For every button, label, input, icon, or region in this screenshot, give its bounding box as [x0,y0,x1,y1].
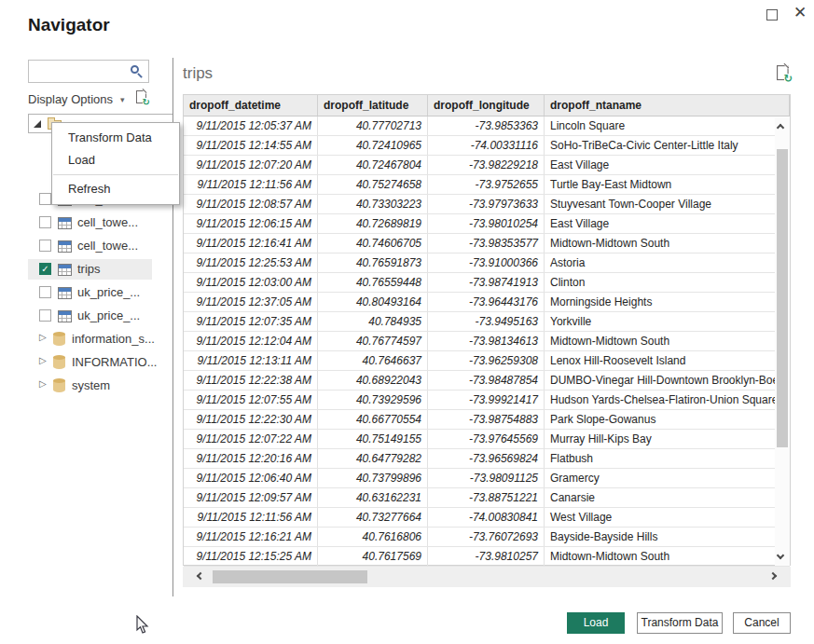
tree-item-information-s[interactable]: ▷information_s... [28,329,152,349]
horizontal-scrollbar[interactable] [183,567,791,587]
column-header-dropoff_datetime[interactable]: dropoff_datetime [184,95,318,116]
menu-separator [53,174,178,175]
table-icon [58,264,72,276]
maximize-icon[interactable] [766,9,778,21]
cell-dropoff_latitude: 40.7617569 [318,547,428,566]
cell-dropoff_longitude: -73.98010254 [428,214,545,233]
cell-dropoff_latitude: 40.74606705 [318,234,428,253]
cell-dropoff_ntaname: Gramercy [545,469,790,487]
doc-fold [143,90,146,94]
scroll-up-icon[interactable] [777,124,784,131]
cell-dropoff_longitude: -73.9752655 [428,175,545,194]
tree-item-trips[interactable]: ✓trips [28,259,152,280]
display-options-dropdown[interactable]: Display Options▾ [28,92,172,109]
cell-dropoff_datetime: 9/11/2015 12:07:22 AM [184,430,318,448]
column-header-dropoff_ntaname[interactable]: dropoff_ntaname [545,95,790,116]
table-row: 9/11/2015 12:09:57 AM40.63162231-73.8875… [184,488,790,508]
tree-item-informatio[interactable]: ▷INFORMATIO... [28,352,152,373]
table-icon [58,287,72,299]
cell-dropoff_latitude: 40.784935 [318,312,428,331]
cell-dropoff_datetime: 9/11/2015 12:16:21 AM [184,528,318,546]
cell-dropoff_longitude: -73.9810257 [428,547,545,566]
tree-item-label: uk_price_... [77,285,140,299]
table-row: 9/11/2015 12:22:38 AM40.68922043-73.9848… [184,371,790,391]
column-header-dropoff_longitude[interactable]: dropoff_longitude [428,95,545,116]
table-row: 9/11/2015 12:37:05 AM40.80493164-73.9644… [184,293,790,312]
horizontal-scroll-thumb[interactable] [213,570,367,583]
table-row: 9/11/2015 12:07:35 AM40.784935-73.949516… [184,312,790,332]
refresh-arrows-icon: ↻ [784,74,793,85]
menu-item-load[interactable]: Load [52,149,179,171]
cell-dropoff_latitude: 40.7646637 [318,351,428,370]
table-row: 9/11/2015 12:12:04 AM40.76774597-73.9813… [184,332,790,351]
tree-item-cell-towe[interactable]: cell_towe... [28,212,152,233]
vertical-scrollbar[interactable] [775,117,790,566]
cell-dropoff_datetime: 9/11/2015 12:09:57 AM [184,488,318,507]
checkbox[interactable] [39,216,51,228]
checkbox[interactable] [39,193,51,205]
refresh-list-icon[interactable]: ↻ [136,90,146,103]
refresh-preview-icon[interactable]: ↻ [777,65,789,80]
cell-dropoff_datetime: 9/11/2015 12:22:38 AM [184,371,318,390]
cell-dropoff_ntaname: West Village [545,508,790,527]
cell-dropoff_ntaname: SoHo-TriBeCa-Civic Center-Little Italy [545,136,790,155]
cell-dropoff_latitude: 40.77702713 [318,116,428,135]
table-row: 9/11/2015 12:25:53 AM40.76591873-73.9100… [184,253,790,273]
cancel-button[interactable]: Cancel [733,612,791,634]
cell-dropoff_longitude: -73.98229218 [428,156,545,174]
database-icon [53,332,65,347]
scroll-down-icon[interactable] [777,552,784,559]
expand-arrow-icon[interactable]: ▷ [39,378,47,389]
checkbox[interactable] [39,309,51,322]
cell-dropoff_latitude: 40.73303223 [318,195,428,213]
expand-arrow-icon[interactable]: ▷ [39,355,47,365]
cell-dropoff_latitude: 40.80493164 [318,293,428,311]
preview-table: dropoff_datetimedropoff_latitudedropoff_… [183,94,791,566]
cell-dropoff_ntaname: East Village [545,156,790,174]
cell-dropoff_longitude: -73.98487854 [428,371,545,390]
tree-item-uk-price[interactable]: uk_price_... [28,282,152,303]
menu-item-transform-data[interactable]: Transform Data [52,127,179,149]
collapse-arrow-icon[interactable] [34,120,41,128]
cell-dropoff_longitude: -73.99921417 [428,391,545,409]
cell-dropoff_ntaname: Lenox Hill-Roosevelt Island [545,351,790,370]
cell-dropoff_latitude: 40.72467804 [318,156,428,174]
vertical-scroll-thumb[interactable] [777,149,788,447]
cell-dropoff_latitude: 40.66770554 [318,410,428,429]
close-icon[interactable]: ✕ [793,3,807,21]
checkbox[interactable]: ✓ [39,263,51,275]
table-row: 9/11/2015 12:11:56 AM40.73277664-74.0083… [184,508,790,528]
cell-dropoff_ntaname: Bayside-Bayside Hills [545,528,790,546]
cell-dropoff_longitude: -73.9495163 [428,312,545,331]
search-input[interactable] [33,62,126,80]
cell-dropoff_longitude: -73.91000366 [428,253,545,272]
table-row: 9/11/2015 12:20:16 AM40.64779282-73.9656… [184,449,790,469]
cell-dropoff_ntaname: Midtown-Midtown South [545,547,790,566]
checkbox[interactable] [39,240,51,252]
tree-item-cell-towe[interactable]: cell_towe... [28,236,152,256]
cell-dropoff_longitude: -73.88751221 [428,488,545,507]
search-icon[interactable] [131,65,139,74]
cell-dropoff_ntaname: Turtle Bay-East Midtown [545,175,790,194]
cell-dropoff_datetime: 9/11/2015 12:03:00 AM [184,273,318,292]
cell-dropoff_datetime: 9/11/2015 12:07:55 AM [184,391,318,409]
cell-dropoff_latitude: 40.76559448 [318,273,428,292]
tree-item-uk-price[interactable]: uk_price_... [28,306,152,326]
load-button[interactable]: Load [567,612,625,634]
tree-item-system[interactable]: ▷system [28,376,152,396]
cell-dropoff_ntaname: Flatbush [545,449,790,468]
scroll-left-icon[interactable] [197,572,204,580]
display-options-label: Display Options [28,92,113,106]
cell-dropoff_latitude: 40.73277664 [318,508,428,527]
cell-dropoff_longitude: -73.97973633 [428,195,545,213]
column-header-dropoff_latitude[interactable]: dropoff_latitude [318,95,428,116]
transform-data-button[interactable]: Transform Data [637,612,723,634]
checkbox[interactable] [39,286,51,298]
expand-arrow-icon[interactable]: ▷ [39,332,47,342]
scroll-right-icon[interactable] [769,572,777,580]
tree-item-label: system [72,378,110,392]
cell-dropoff_longitude: -74.00830841 [428,508,545,527]
cell-dropoff_latitude: 40.75149155 [318,430,428,448]
menu-item-refresh[interactable]: Refresh [52,178,179,200]
table-row: 9/11/2015 12:08:57 AM40.73303223-73.9797… [184,195,790,214]
